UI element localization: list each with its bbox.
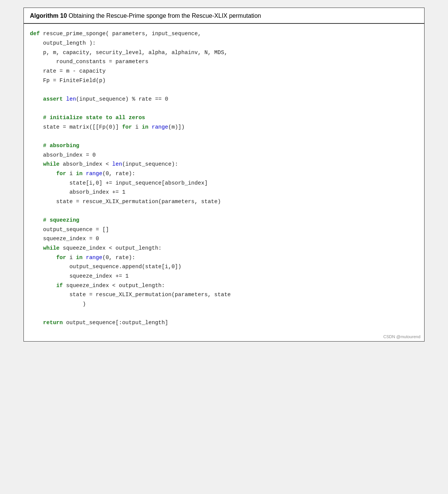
code-text: round_constants = parameters [30,59,148,65]
keyword-assert: assert [43,96,63,102]
keyword-while: while [43,161,60,167]
code-line: absorb_index = 0 [30,151,418,160]
code-line: rate = m - capacity [30,67,418,76]
keyword-for: for [56,255,66,261]
code-text: ) [30,301,86,307]
code-line: # initialize state to all zeros [30,113,418,123]
keyword-def: def [30,31,40,37]
code-text [30,255,56,261]
code-text [30,217,43,223]
keyword-in: in [76,171,82,177]
code-text [82,171,86,177]
code-text [30,320,43,326]
code-text [30,96,43,102]
keyword-in: in [142,124,148,130]
algorithm-label: Algorithm 10 [30,12,67,19]
keyword-for: for [56,171,66,177]
code-line: state = rescue_XLIX_permutation(paramete… [30,290,418,300]
code-line: p, m, capacity, security_level, alpha, a… [30,48,418,57]
code-text: output_sequence = [] [30,227,109,233]
code-line [30,309,418,318]
builtin-len: len [66,96,76,102]
code-line: if squeeze_index < output_length: [30,281,418,290]
code-text: output_sequence.append(state[i,0]) [30,264,181,270]
code-text: (input_sequence): [122,161,178,167]
code-text [30,161,43,167]
code-line: output_sequence = [] [30,225,418,235]
code-line: # squeezing [30,216,418,225]
code-line: for i in range(0, rate): [30,253,418,263]
code-line: for i in range(0, rate): [30,169,418,179]
code-text: (m)]) [168,124,185,130]
code-line [30,85,418,95]
code-line [30,104,418,113]
code-text: state = matrix([[Fp(0)] [30,124,122,130]
keyword-return: return [43,320,63,326]
code-text: state = rescue_XLIX_permutation(paramete… [30,292,231,298]
code-text: state[i,0] += input_sequence[absorb_inde… [30,180,208,186]
builtin-range: range [86,255,103,261]
builtin-range: range [152,124,168,130]
algorithm-header: Algorithm 10 Obtaining the Rescue-Prime … [24,8,424,24]
code-text [30,143,43,149]
code-line: output_length ): [30,39,418,48]
code-text [30,115,43,121]
code-line: output_sequence.append(state[i,0]) [30,262,418,272]
code-text: rate = m - capacity [30,68,106,74]
code-text: absorb_index = 0 [30,152,96,158]
watermark: CSDN @mutourend [24,333,424,341]
code-text: (0, rate): [102,255,135,261]
code-text: state = rescue_XLIX_permutation(paramete… [30,199,221,205]
code-text: rescue_prime_sponge( parameters, input_s… [40,31,201,37]
code-line: squeeze_index = 0 [30,234,418,244]
keyword-in: in [76,255,82,261]
code-text: squeeze_index = 0 [30,236,99,242]
code-text [82,255,86,261]
algorithm-title: Obtaining the Rescue-Prime sponge from t… [67,12,261,19]
code-text: squeeze_index += 1 [30,273,129,279]
builtin-range: range [86,171,103,177]
code-line: absorb_index += 1 [30,188,418,197]
code-line: squeeze_index += 1 [30,272,418,281]
code-text: (input_sequence) % rate == 0 [76,96,168,102]
code-line: # absorbing [30,141,418,151]
comment: # squeezing [43,217,79,223]
code-line: ) [30,300,418,309]
code-text: output_sequence[:output_length] [63,320,168,326]
comment: # initialize state to all zeros [43,115,145,121]
code-text: Fp = FiniteField(p) [30,78,106,84]
keyword-if: if [56,283,63,289]
code-line [30,132,418,141]
code-text: output_length ): [30,40,96,46]
keyword-for: for [122,124,132,130]
code-text [63,96,66,102]
code-text [30,245,43,251]
code-line: state[i,0] += input_sequence[absorb_inde… [30,179,418,188]
keyword-while: while [43,245,60,251]
code-section: def rescue_prime_sponge( parameters, inp… [24,24,424,333]
code-text [148,124,152,130]
code-line [30,207,418,216]
code-line: assert len(input_sequence) % rate == 0 [30,95,418,104]
builtin-len: len [112,161,122,167]
code-text: absorb_index < [59,161,112,167]
code-text [30,283,56,289]
code-line: state = rescue_XLIX_permutation(paramete… [30,197,418,207]
code-text: (0, rate): [102,171,135,177]
code-text: squeeze_index < output_length: [63,283,165,289]
code-line: return output_sequence[:output_length] [30,318,418,328]
code-line: round_constants = parameters [30,57,418,67]
code-line: def rescue_prime_sponge( parameters, inp… [30,29,418,39]
code-text: i [66,171,76,177]
code-line: state = matrix([[Fp(0)] for i in range(m… [30,123,418,132]
code-text: squeeze_index < output_length: [59,245,162,251]
algorithm-box: Algorithm 10 Obtaining the Rescue-Prime … [23,8,425,342]
code-text: p, m, capacity, security_level, alpha, a… [30,50,227,56]
code-text: absorb_index += 1 [30,189,125,195]
code-line: while absorb_index < len(input_sequence)… [30,160,418,169]
code-line: Fp = FiniteField(p) [30,76,418,85]
code-line: while squeeze_index < output_length: [30,244,418,253]
code-text: i [66,255,76,261]
comment: # absorbing [43,143,79,149]
code-text: i [132,124,142,130]
